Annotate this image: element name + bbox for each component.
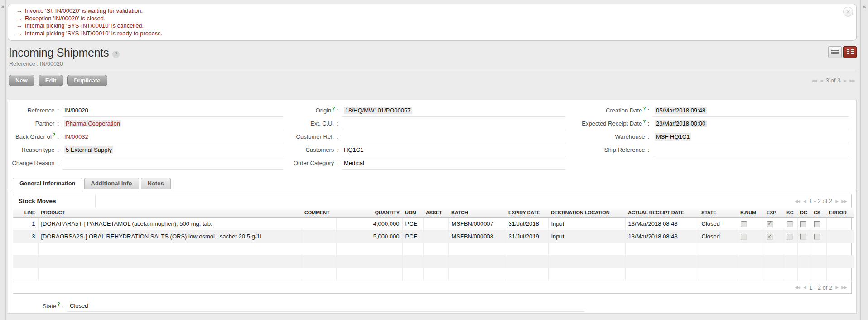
field-customer-ref: Customer Ref.: [290,130,573,143]
col-product[interactable]: PRODUCT [38,208,302,218]
cell-product: [DORAPARA5T-] PARACETAMOL (acetaminophen… [38,218,302,230]
field-label: Back Order of?: [8,133,59,140]
checkbox-dg [800,221,806,227]
arrow-icon: → [16,15,22,22]
cell-kc [784,218,797,230]
col-destination-location[interactable]: DESTINATION LOCATION [548,208,625,218]
pager-last-icon[interactable]: ▶▶ [849,78,855,83]
form-panel: Reference: IN/00020 Partner: Pharma Coop… [8,100,857,314]
table-row[interactable]: 3 [DORAORSA2S-] ORAL REHYDRATION SALTS (… [13,230,854,243]
field-ship-reference: Ship Reference: [573,143,856,156]
col-uom[interactable]: UOM [402,208,423,218]
col-error[interactable]: ERROR [826,208,854,218]
field-value: 05/Mar/2018 09:48 [653,104,849,117]
pager-last-icon[interactable]: ▶▶ [841,285,847,290]
checkbox-exp [767,221,773,227]
pager-last-icon[interactable]: ▶▶ [841,199,847,204]
edit-button[interactable]: Edit [39,75,63,86]
col-dg[interactable]: DG [797,208,811,218]
divider [8,71,857,71]
field-label: Customer Ref.: [290,133,338,140]
field-label: Origin?: [290,107,338,114]
tab-additional-info[interactable]: Additional Info [84,178,139,189]
field-value: 18/HQ/MW101/PO00057 [342,104,566,117]
help-icon: ? [332,106,335,111]
pager-prev-icon[interactable]: ◀ [803,285,806,290]
pager-first-icon[interactable]: ◀◀ [811,78,817,83]
title-help-icon: ? [112,51,120,58]
checkbox-bnum [741,221,747,227]
field-partner: Partner: Pharma Cooperation [8,117,290,130]
stock-moves-pager-top: ◀◀ ◀ 1 - 2 of 2 ▶ ▶▶ [795,198,851,204]
partner-link[interactable]: Pharma Cooperation [64,120,121,127]
duplicate-button[interactable]: Duplicate [67,75,107,86]
pager-text: 1 - 2 of 2 [809,198,832,204]
field-label: Partner: [8,120,59,127]
view-switcher [828,46,857,58]
col-quantity[interactable]: QUANTITY [336,208,402,218]
cell-expiry-date: 31/Jul/2019 [506,230,548,243]
stock-moves-footer: ◀◀ ◀ 1 - 2 of 2 ▶ ▶▶ [13,281,851,293]
notification-line: →Invoice 'SI: IN/00020' is waiting for v… [16,7,836,15]
col-bnum[interactable]: B.NUM [738,208,764,218]
back-order-link[interactable]: IN/00032 [64,133,88,140]
col-batch[interactable]: BATCH [448,208,506,218]
col-state[interactable]: STATE [699,208,738,218]
col-exp[interactable]: EXP [764,208,784,218]
field-change-reason: Change Reason: [8,156,290,170]
cell-cs [811,230,826,243]
cell-actual-receipt-date: 13/Mar/2018 08:43 [625,230,699,243]
new-button[interactable]: New [9,75,34,86]
col-comment[interactable]: COMMENT [302,208,336,218]
pager-next-icon[interactable]: ▶ [844,78,846,83]
collapse-panel-icon[interactable]: « [861,3,868,10]
col-line[interactable]: LINE [13,208,38,218]
table-row[interactable]: 1 [DORAPARA5T-] PARACETAMOL (acetaminoph… [13,218,854,230]
field-value: IN/00020 [63,104,283,117]
help-icon: ? [643,106,646,111]
pager-first-icon[interactable]: ◀◀ [795,285,800,290]
col-asset[interactable]: ASSET [423,208,448,218]
field-creation-date: Creation Date?: 05/Mar/2018 09:48 [573,104,856,117]
col-cs[interactable]: CS [811,208,826,218]
pager-next-icon[interactable]: ▶ [835,199,838,204]
cell-quantity: 4,000.000 [336,218,402,230]
tab-notes[interactable]: Notes [141,178,171,189]
cell-dg [797,218,811,230]
pager-prev-icon[interactable]: ◀ [803,199,806,204]
field-value: MSF HQ1C1 [653,131,849,143]
col-actual-receipt-date[interactable]: ACTUAL RECEIPT DATE [625,208,699,218]
form-view-button[interactable] [843,46,857,58]
field-order-category: Order Category: Medical [290,156,573,170]
list-view-icon [831,50,839,54]
field-label: Creation Date?: [573,107,649,114]
tab-general-information[interactable]: General Information [13,178,82,189]
checkbox-exp [767,234,773,240]
cell-quantity: 5,000.000 [336,230,402,243]
title-row: Incoming Shipments ? [9,46,857,59]
pager-prev-icon[interactable]: ◀ [820,78,823,83]
col-expiry-date[interactable]: EXPIRY DATE [506,208,548,218]
cell-product: [DORAORSA2S-] ORAL REHYDRATION SALTS (OR… [38,230,302,243]
checkbox-kc [787,221,793,227]
stock-moves-list: Stock Moves ◀◀ ◀ 1 - 2 of 2 ▶ ▶▶ [13,194,852,294]
field-column-right: Creation Date?: 05/Mar/2018 09:48 Expect… [573,104,856,170]
field-label: Change Reason: [8,160,59,166]
cell-bnum [738,230,764,243]
field-value [653,144,849,156]
close-icon[interactable]: ✕ [843,7,853,17]
field-value [342,131,566,143]
cell-bnum [738,218,764,230]
list-view-button[interactable] [828,46,842,58]
pager-next-icon[interactable]: ▶ [835,285,838,290]
pager-first-icon[interactable]: ◀◀ [795,199,800,204]
cell-exp [764,218,784,230]
col-kc[interactable]: KC [784,208,797,218]
help-icon: ? [643,119,646,124]
table-header-row: LINE PRODUCT COMMENT QUANTITY UOM ASSET … [13,208,854,218]
field-value: 5 External Supply [63,144,283,156]
notification-text: Reception 'IN/00020' is closed. [25,15,106,22]
field-value: Medical [342,157,566,170]
expand-menu-icon[interactable]: » [0,3,5,10]
help-icon: ? [53,132,55,137]
